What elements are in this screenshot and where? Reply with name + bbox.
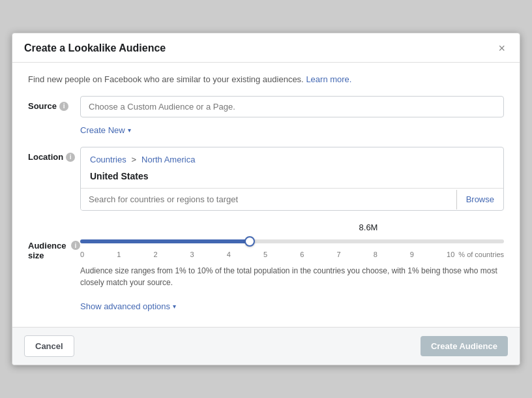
show-advanced-caret-icon: ▾: [173, 303, 176, 310]
selected-country: United States: [81, 168, 503, 188]
slider-track-container: [80, 235, 504, 248]
tick-5: 5: [263, 251, 267, 258]
slider-tick-labels: 0 1 2 3 4 5 6 7 8 9 10: [80, 251, 454, 258]
tick-10: 10: [447, 251, 454, 258]
audience-description: Audience size ranges from 1% to 10% of t…: [80, 265, 504, 288]
dialog-body: Find new people on Facebook who are simi…: [12, 63, 520, 327]
breadcrumb-countries-link[interactable]: Countries: [90, 155, 126, 164]
close-button[interactable]: ×: [495, 42, 508, 54]
cancel-button[interactable]: Cancel: [24, 335, 74, 357]
tick-3: 3: [190, 251, 194, 258]
slider-value-label: 8.6M: [74, 222, 504, 232]
audience-slider-col: 8.6M 0 1 2 3 4: [80, 222, 504, 311]
source-content: Create New ▾: [80, 96, 504, 135]
create-audience-button[interactable]: Create Audience: [421, 336, 508, 356]
dialog-title: Create a Lookalike Audience: [24, 42, 166, 54]
intro-text: Find new people on Facebook who are simi…: [28, 74, 504, 84]
location-search-input[interactable]: [81, 189, 456, 210]
audience-size-section: Audience size i 8.6M 0 1: [28, 222, 504, 311]
audience-size-info-icon: i: [71, 241, 80, 250]
create-new-link[interactable]: Create New ▾: [80, 125, 131, 135]
source-input[interactable]: [80, 96, 504, 117]
tick-9: 9: [410, 251, 414, 258]
tick-8: 8: [374, 251, 377, 258]
dialog-header: Create a Lookalike Audience ×: [12, 33, 520, 63]
location-label: Location i: [28, 147, 80, 162]
location-content: Countries > North America United States …: [80, 147, 504, 211]
slider-track: [80, 239, 504, 243]
create-new-caret-icon: ▾: [128, 127, 131, 134]
source-info-icon: i: [59, 102, 68, 111]
location-row: Location i Countries > North America Uni…: [28, 147, 504, 211]
tick-6: 6: [300, 251, 304, 258]
learn-more-link[interactable]: Learn more.: [306, 74, 351, 84]
location-info-icon: i: [66, 153, 75, 162]
browse-button[interactable]: Browse: [457, 189, 503, 210]
tick-2: 2: [153, 251, 157, 258]
pct-label: % of countries: [458, 251, 504, 258]
show-advanced-link[interactable]: Show advanced options ▾: [80, 301, 176, 311]
slider-labels: 0 1 2 3 4 5 6 7 8 9 10 % of countri: [80, 251, 504, 258]
location-box: Countries > North America United States …: [80, 147, 504, 211]
tick-4: 4: [227, 251, 231, 258]
tick-0: 0: [80, 251, 84, 258]
tick-1: 1: [117, 251, 121, 258]
create-lookalike-dialog: Create a Lookalike Audience × Find new p…: [12, 33, 520, 365]
audience-size-label: Audience size i: [28, 222, 80, 260]
dialog-footer: Cancel Create Audience: [12, 327, 520, 365]
audience-row: Audience size i 8.6M 0 1: [28, 222, 504, 311]
slider-fill: [80, 239, 250, 243]
intro-description: Find new people on Facebook who are simi…: [28, 74, 304, 84]
tick-7: 7: [336, 251, 340, 258]
breadcrumb-region-link[interactable]: North America: [141, 155, 195, 164]
location-breadcrumb: Countries > North America: [81, 147, 503, 168]
location-search-row: Browse: [81, 188, 503, 210]
source-label: Source i: [28, 96, 80, 111]
source-row: Source i Create New ▾: [28, 96, 504, 135]
slider-thumb[interactable]: [244, 236, 255, 247]
breadcrumb-separator: >: [132, 155, 137, 164]
